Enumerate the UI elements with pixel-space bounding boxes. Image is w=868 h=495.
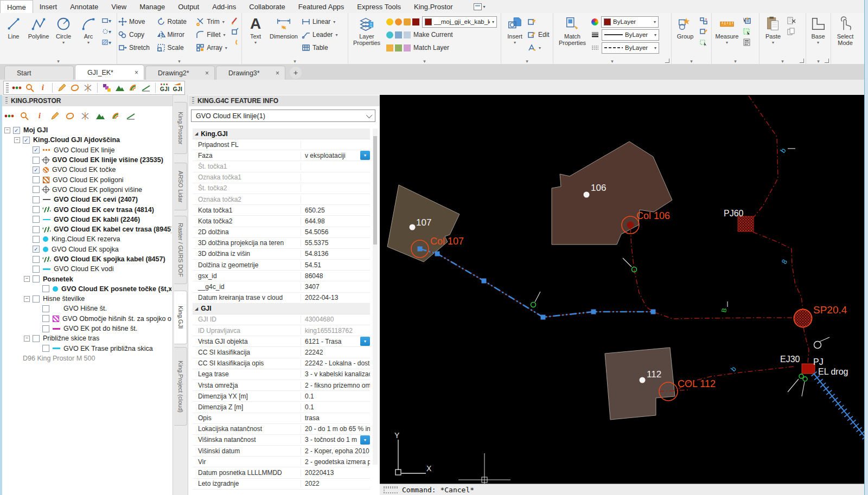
base-dialog-launcher[interactable] bbox=[825, 59, 829, 63]
command-bar-grip[interactable] bbox=[384, 486, 398, 493]
property-row[interactable]: Višinski datum2 - Koper, epoha 2010 (SVS… bbox=[193, 446, 370, 457]
property-value[interactable]: 3 - točnost do 1 m▼ bbox=[301, 435, 370, 445]
layer-isolate-icon[interactable] bbox=[404, 31, 411, 38]
property-row[interactable]: gsx_id86048 bbox=[193, 271, 370, 281]
doc-tab-gjiek[interactable]: GJI_EK*× bbox=[75, 65, 144, 80]
tree-checkbox[interactable] bbox=[42, 305, 49, 312]
group-button[interactable]: Group bbox=[673, 14, 698, 56]
tree-expander[interactable]: − bbox=[4, 127, 10, 133]
section-expander-icon[interactable]: ◢ bbox=[195, 131, 198, 136]
draw-group-expand[interactable]: ▾ bbox=[57, 59, 60, 64]
property-value[interactable]: 43004680 bbox=[301, 316, 370, 323]
tree-item[interactable]: GVO EK pot do hišne št. bbox=[2, 324, 171, 333]
search-icon[interactable] bbox=[20, 111, 29, 121]
text-button[interactable]: A Text ▾ bbox=[243, 14, 268, 56]
points-icon[interactable] bbox=[12, 83, 22, 93]
trim-caret[interactable]: ▾ bbox=[222, 20, 225, 24]
tree-item[interactable]: GVO Cloud EK posnete točke (št,x,y bbox=[2, 284, 171, 294]
array-caret[interactable]: ▾ bbox=[225, 46, 227, 50]
tree-item[interactable]: −Približne skice tras bbox=[2, 333, 171, 343]
close-icon[interactable]: × bbox=[276, 69, 279, 77]
calculator-icon[interactable] bbox=[742, 38, 751, 47]
layer-walk-icon[interactable] bbox=[404, 44, 411, 52]
property-value[interactable]: 0.1 bbox=[301, 403, 370, 411]
explode-icon[interactable] bbox=[230, 27, 239, 36]
property-row[interactable]: Dolžina iz geometrije54.51 bbox=[193, 260, 370, 271]
layer-freeze-icon[interactable] bbox=[386, 31, 393, 38]
insert-caret[interactable]: ▾ bbox=[514, 40, 516, 45]
property-value[interactable]: 650.25 bbox=[301, 207, 370, 214]
property-value[interactable]: 54.5056 bbox=[301, 228, 370, 236]
property-row[interactable]: CC SI klasifikacija opis22242 - Lokalna … bbox=[193, 358, 370, 369]
menu-tab-king-prostor[interactable]: King.Prostor bbox=[407, 0, 459, 13]
group-edit-icon[interactable] bbox=[699, 27, 708, 36]
property-row[interactable]: Oznaka točka2 bbox=[193, 194, 370, 205]
tree-item[interactable]: GVO Cloud EK kabli (2246) bbox=[2, 215, 171, 224]
quick-select-icon[interactable] bbox=[742, 16, 751, 25]
tree-checkbox[interactable] bbox=[33, 236, 40, 243]
property-value[interactable]: 3 - v kabelski kanalizaciji▼ bbox=[301, 370, 370, 379]
section-expander-icon[interactable]: ◢ bbox=[195, 306, 198, 311]
text-caret[interactable]: ▾ bbox=[254, 40, 257, 45]
delete-cross-icon[interactable] bbox=[83, 83, 93, 93]
menu-tab-home[interactable]: Home bbox=[0, 0, 33, 13]
match-layer-button[interactable]: Match Layer bbox=[413, 44, 449, 52]
property-section-header[interactable]: ◢GJI bbox=[193, 304, 370, 314]
tree-item[interactable]: GVO Cloud EK cevi (2407) bbox=[2, 195, 171, 204]
attributes-caret[interactable]: ▾ bbox=[539, 46, 541, 50]
stretch-button[interactable]: Stretch bbox=[118, 41, 157, 54]
drawing-canvas[interactable]: 107106112Col 107Col 106COL 112SP20.4PJ60… bbox=[380, 95, 865, 495]
tree-checkbox[interactable] bbox=[33, 186, 40, 193]
menu-tab-output[interactable]: Output bbox=[171, 0, 206, 13]
property-value[interactable]: 2 - Koper, epoha 2010 (SVS▼ bbox=[301, 446, 370, 455]
menu-tab-add-ins[interactable]: Add-ins bbox=[206, 0, 242, 13]
tree-checkbox[interactable] bbox=[33, 335, 40, 342]
ek-red-lines[interactable] bbox=[630, 96, 809, 391]
tree-item[interactable]: ✓GVO Cloud EK spojka bbox=[2, 245, 171, 254]
doc-tab-start[interactable]: Start bbox=[4, 66, 74, 80]
property-value[interactable]: 55.5375 bbox=[301, 239, 370, 247]
tree-item[interactable]: GVO Hišne št. bbox=[2, 304, 171, 313]
tree-checkbox[interactable] bbox=[33, 216, 40, 223]
clipboard-dialog-launcher[interactable] bbox=[800, 59, 804, 63]
tree-checkbox[interactable]: ✓ bbox=[33, 166, 40, 173]
feature-info-header[interactable]: KING.G4C FEATURE INFO bbox=[189, 95, 380, 106]
tree-checkbox[interactable]: ✓ bbox=[23, 137, 30, 144]
property-row[interactable]: Lega trase3 - v kabelski kanalizaciji▼ bbox=[193, 369, 370, 380]
dock-tab-king-prostor[interactable]: King.Prostor bbox=[174, 102, 187, 154]
layer-properties-button[interactable]: Layer Properties bbox=[349, 14, 384, 56]
building-polygons[interactable] bbox=[387, 142, 675, 420]
menu-tab-manage[interactable]: Manage bbox=[133, 0, 171, 13]
circle-dropdown-caret[interactable]: ▾ bbox=[62, 40, 65, 45]
slope-line-icon[interactable] bbox=[126, 111, 136, 121]
dock-tab-king-project-cloud-[interactable]: King.Project (cloud) bbox=[174, 347, 187, 426]
slope-line-icon[interactable] bbox=[141, 83, 151, 93]
property-row[interactable]: 3D dolžina projekcija na teren55.5375 bbox=[193, 238, 370, 249]
cable-vertex-grips[interactable] bbox=[418, 247, 656, 320]
map-canvas[interactable]: 107106112Col 107Col 106COL 112SP20.4PJ60… bbox=[380, 95, 865, 484]
property-row[interactable]: Pripadnost FL bbox=[193, 139, 370, 150]
utilities-group-expand[interactable]: ▾ bbox=[734, 59, 737, 64]
panel-grip-icon[interactable] bbox=[192, 97, 194, 105]
menu-tab-express-tools[interactable]: Express Tools bbox=[350, 0, 407, 13]
property-row[interactable]: Dimenzija YX [m]0.1 bbox=[193, 391, 370, 402]
sp20-4-shaft[interactable] bbox=[794, 310, 812, 327]
property-value[interactable]: 54.51 bbox=[301, 261, 370, 269]
property-value[interactable]: 6121 - Trasa▼ bbox=[301, 337, 370, 346]
property-row[interactable]: __g4c_id3407 bbox=[193, 281, 370, 292]
leader-button[interactable]: Leader▾ bbox=[302, 28, 340, 41]
ungroup-icon[interactable] bbox=[699, 16, 708, 25]
menu-tab-annotate[interactable]: Annotate bbox=[63, 0, 105, 13]
menu-tab-collaborate[interactable]: Collaborate bbox=[242, 0, 292, 13]
tree-item[interactable]: ✓GVO Cloud EK linije bbox=[2, 145, 171, 155]
property-value[interactable]: 86048 bbox=[301, 272, 370, 280]
property-value[interactable]: 2022-04-13 bbox=[301, 294, 370, 301]
tree-checkbox[interactable] bbox=[42, 325, 49, 332]
base-button[interactable]: Base ▾ bbox=[807, 14, 829, 56]
property-row[interactable]: Oznaka točka1 bbox=[193, 172, 370, 183]
king-prostor-header[interactable]: KING.PROSTOR bbox=[2, 95, 173, 106]
property-value[interactable]: 0.1 bbox=[301, 393, 370, 400]
tree-checkbox[interactable] bbox=[33, 206, 40, 213]
property-row[interactable]: CC SI klasifikacija22242 bbox=[193, 347, 370, 358]
menu-tab-featured-apps[interactable]: Featured Apps bbox=[292, 0, 351, 13]
